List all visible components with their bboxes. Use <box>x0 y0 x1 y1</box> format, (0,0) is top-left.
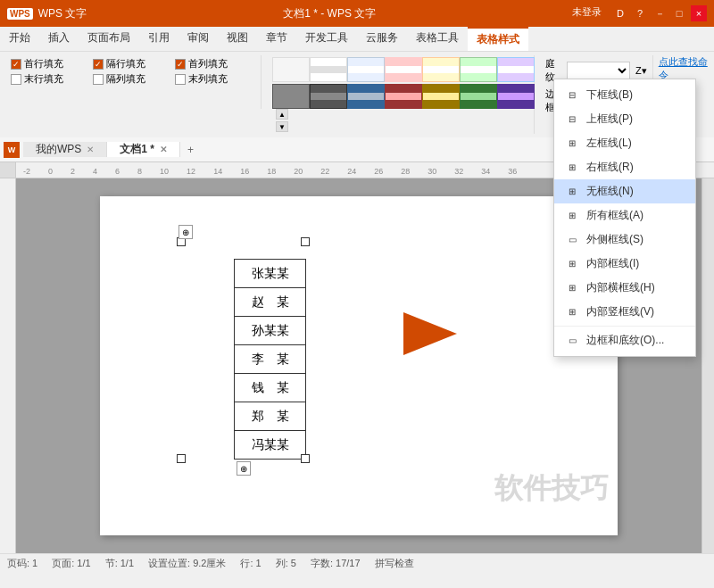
bottom-border-label: 下框线(B) <box>586 87 633 103</box>
checkbox-alt-row-box[interactable]: ✓ <box>93 59 104 70</box>
style-color-1[interactable] <box>385 57 422 82</box>
style-grid <box>272 57 533 109</box>
table-row: 冯某某 <box>235 431 306 460</box>
tab-review[interactable]: 审阅 <box>178 27 218 51</box>
table-cell-7[interactable]: 冯某某 <box>235 431 306 460</box>
z-label: Z▾ <box>635 65 647 77</box>
status-position: 设置位置: 9.2厘米 <box>148 557 226 570</box>
close-button[interactable]: × <box>691 5 707 21</box>
top-border-label: 上框线(P) <box>586 112 633 127</box>
checkbox-alt-row[interactable]: ✓ 隔行填充 <box>93 57 173 70</box>
style-color-2[interactable] <box>422 57 460 82</box>
status-spellcheck[interactable]: 拼写检查 <box>375 557 414 570</box>
tab-view[interactable]: 视图 <box>218 27 257 51</box>
checkbox-alt-col[interactable]: 隔列填充 <box>93 72 173 86</box>
style-plain-1[interactable] <box>272 57 310 82</box>
style-2-7[interactable] <box>497 84 535 109</box>
wps-logo: WPS <box>7 8 33 20</box>
tab-reference[interactable]: 引用 <box>139 27 178 51</box>
tab-doc1[interactable]: 文档1 * ✕ <box>107 142 180 157</box>
dropdown-border-shading[interactable]: ▭ 边框和底纹(O)... <box>554 328 695 352</box>
style-2-4[interactable] <box>385 84 422 109</box>
style-2-3[interactable] <box>347 84 385 109</box>
status-bar: 页码: 1 页面: 1/1 节: 1/1 设置位置: 9.2厘米 行: 1 列:… <box>0 553 714 573</box>
style-color-3[interactable] <box>460 57 497 82</box>
table-resize-handle[interactable]: ⊕ <box>237 461 251 476</box>
tab-table-tools[interactable]: 表格工具 <box>407 27 468 51</box>
tabs-container: W 我的WPS ✕ 文档1 * ✕ + <box>4 137 201 161</box>
status-section: 节: 1/1 <box>105 557 134 570</box>
style-plain-2[interactable] <box>310 57 347 82</box>
unregistered-label: 未登录 <box>572 5 602 21</box>
dropdown-all-borders[interactable]: ⊞ 所有框线(A) <box>554 203 695 228</box>
tab-add-button[interactable]: + <box>180 144 201 156</box>
handle-top-right[interactable] <box>301 237 310 246</box>
style-color-4[interactable] <box>497 57 535 82</box>
style-2-2[interactable] <box>310 84 347 109</box>
edge-select[interactable] <box>567 62 630 79</box>
table-cell-3[interactable]: 孙某某 <box>235 317 306 345</box>
dropdown-inner-border[interactable]: ⊞ 内部框线(I) <box>554 252 695 276</box>
table-move-handle[interactable]: ⊕ <box>178 225 193 239</box>
tab-table-style[interactable]: 表格样式 <box>468 27 528 51</box>
tab-start[interactable]: 开始 <box>0 27 39 51</box>
minimize-button[interactable]: － <box>652 5 668 21</box>
tab-doc1-close[interactable]: ✕ <box>160 145 167 154</box>
checkbox-last-col-box[interactable] <box>175 74 186 85</box>
title-left: WPS WPS 文字 <box>7 6 87 21</box>
tab-section[interactable]: 章节 <box>257 27 296 51</box>
checkbox-first-col[interactable]: ✓ 首列填充 <box>175 57 255 70</box>
dropdown-inner-v-border[interactable]: ⊞ 内部竖框线(V) <box>554 300 695 324</box>
status-words: 字数: 17/17 <box>311 557 361 570</box>
tab-insert[interactable]: 插入 <box>39 27 79 51</box>
checkbox-first-row-label: 首行填充 <box>24 57 63 70</box>
tab-doc1-label: 文档1 * <box>120 142 154 157</box>
checkbox-first-row-box[interactable]: ✓ <box>11 59 21 70</box>
outside-border-label: 外侧框线(S) <box>586 232 643 247</box>
table-row: 赵 某 <box>235 288 306 317</box>
checkbox-last-row[interactable]: 末行填充 <box>11 72 91 86</box>
dropdown-left-border[interactable]: ⊞ 左框线(L) <box>554 131 695 155</box>
handle-bottom-right[interactable] <box>301 454 310 463</box>
right-scrollbar[interactable] <box>702 178 714 553</box>
style-scroll-down[interactable]: ▼ <box>276 121 288 132</box>
style-2-1[interactable] <box>272 84 310 109</box>
d-button[interactable]: D <box>612 5 628 21</box>
checkbox-first-row[interactable]: ✓ 首行填充 <box>11 57 91 70</box>
style-plain-3[interactable] <box>347 57 385 82</box>
dropdown-outside-border[interactable]: ▭ 外侧框线(S) <box>554 228 695 252</box>
dropdown-bottom-border[interactable]: ⊟ 下框线(B) <box>554 83 695 107</box>
dropdown-no-border[interactable]: ⊞ 无框线(N) <box>554 179 695 203</box>
style-scroll-up[interactable]: ▲ <box>276 109 288 120</box>
inner-h-border-icon: ⊞ <box>565 281 579 295</box>
help-button[interactable]: ? <box>632 5 648 21</box>
tab-my-wps[interactable]: 我的WPS ✕ <box>23 142 107 157</box>
title-controls: 未登录 D ? － □ × <box>572 5 707 21</box>
checkbox-last-row-box[interactable] <box>11 74 21 85</box>
style-2-6[interactable] <box>460 84 497 109</box>
table-cell-6[interactable]: 郑 某 <box>235 402 306 431</box>
table-cell-1[interactable]: 张某某 <box>235 260 306 288</box>
tab-cloud[interactable]: 云服务 <box>357 27 407 51</box>
table-row: 郑 某 <box>235 402 306 431</box>
document-table[interactable]: 张某某 赵 某 孙某某 李 某 钱 某 郑 某 <box>234 259 306 460</box>
checkbox-last-col[interactable]: 末列填充 <box>175 72 255 86</box>
style-2-5[interactable] <box>422 84 460 109</box>
status-page: 页码: 1 <box>7 557 37 570</box>
handle-bottom-left[interactable] <box>177 454 186 463</box>
dropdown-inner-h-border[interactable]: ⊞ 内部横框线(H) <box>554 276 695 300</box>
dropdown-top-border[interactable]: ⊟ 上框线(P) <box>554 107 695 131</box>
table-cell-4[interactable]: 李 某 <box>235 345 306 374</box>
checkbox-alt-col-box[interactable] <box>93 74 104 85</box>
tab-my-wps-close[interactable]: ✕ <box>87 145 94 154</box>
checkbox-first-col-box[interactable]: ✓ <box>175 59 186 70</box>
tab-layout[interactable]: 页面布局 <box>79 27 139 51</box>
dropdown-right-border[interactable]: ⊞ 右框线(R) <box>554 155 695 179</box>
maximize-button[interactable]: □ <box>671 5 687 21</box>
arrow-annotation <box>403 312 457 355</box>
table-cell-2[interactable]: 赵 某 <box>235 288 306 317</box>
document-title: 文档1 * - WPS 文字 <box>87 6 572 21</box>
table-row: 张某某 <box>235 260 306 288</box>
tab-devtools[interactable]: 开发工具 <box>296 27 357 51</box>
table-cell-5[interactable]: 钱 某 <box>235 374 306 402</box>
